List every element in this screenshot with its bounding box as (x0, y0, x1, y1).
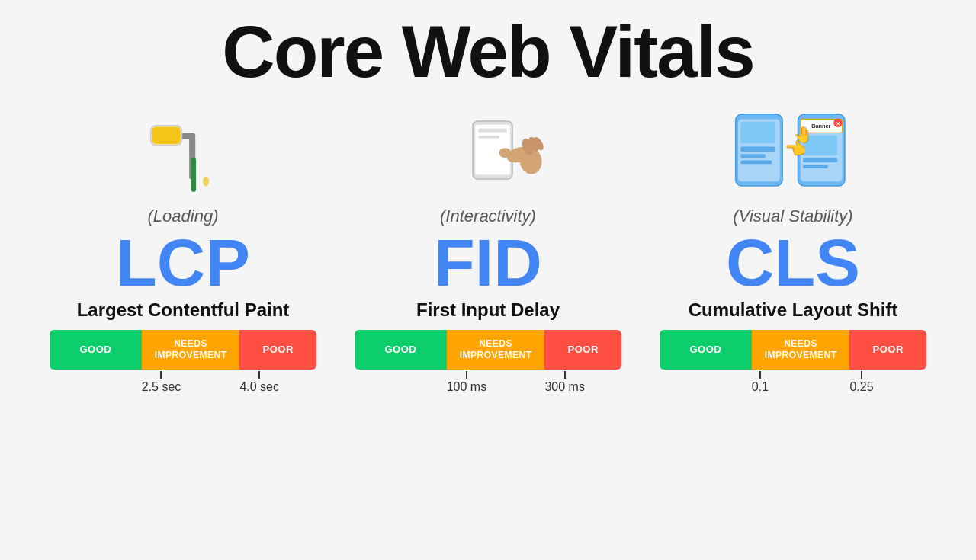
fid-icon (419, 98, 557, 205)
fid-good: GOOD (355, 330, 447, 370)
cls-ticks: 0.1 0.25 (660, 371, 926, 398)
svg-text:🤚: 🤚 (793, 125, 814, 145)
cls-needs: NEEDSIMPROVEMENT (752, 330, 850, 370)
cls-scale-bar: GOOD NEEDSIMPROVEMENT POOR (660, 330, 926, 370)
svg-rect-4 (152, 126, 180, 144)
cls-name: Cumulative Layout Shift (689, 299, 898, 321)
svg-rect-20 (740, 146, 775, 152)
fid-tick2: 300 ms (544, 371, 584, 394)
lcp-acronym: LCP (116, 229, 250, 296)
cls-subtitle: (Visual Stability) (733, 206, 852, 226)
lcp-tick2: 4.0 sec (239, 371, 279, 394)
svg-text:Banner: Banner (811, 123, 830, 130)
cls-scale: GOOD NEEDSIMPROVEMENT POOR 0.1 0.25 (660, 330, 926, 398)
cls-icon: Banner ✕ 👈 🤚 (724, 98, 862, 205)
fid-name: First Input Delay (416, 299, 560, 321)
lcp-scale-bar: GOOD NEEDSIMPROVEMENT POOR (50, 330, 316, 370)
fid-scale: GOOD NEEDSIMPROVEMENT POOR 100 ms 300 ms (355, 330, 621, 398)
lcp-name: Largest Contentful Paint (77, 299, 290, 321)
metric-cls: Banner ✕ 👈 🤚 (Visual Stability) CLS Cumu… (640, 98, 946, 398)
metrics-row: (Loading) LCP Largest Contentful Paint G… (0, 98, 976, 398)
cls-acronym: CLS (726, 229, 860, 296)
metric-fid: (Interactivity) FID First Input Delay GO… (336, 98, 640, 398)
fid-tick1: 100 ms (447, 371, 486, 394)
fid-acronym: FID (434, 229, 542, 296)
lcp-tick1: 2.5 sec (142, 371, 181, 394)
svg-rect-30 (803, 158, 837, 162)
metric-lcp: (Loading) LCP Largest Contentful Paint G… (30, 98, 336, 398)
lcp-needs: NEEDSIMPROVEMENT (142, 330, 240, 370)
cls-poor: POOR (849, 330, 926, 370)
lcp-good: GOOD (50, 330, 142, 370)
svg-rect-22 (740, 160, 772, 164)
svg-text:✕: ✕ (836, 120, 840, 126)
svg-rect-21 (740, 154, 766, 158)
svg-point-6 (203, 176, 209, 186)
lcp-subtitle: (Loading) (148, 206, 219, 226)
svg-rect-19 (740, 122, 775, 144)
svg-rect-31 (803, 165, 828, 168)
lcp-ticks: 2.5 sec 4.0 sec (50, 371, 316, 398)
svg-point-13 (499, 148, 511, 158)
cls-tick1: 0.1 (752, 371, 769, 394)
svg-rect-9 (478, 128, 507, 132)
fid-ticks: 100 ms 300 ms (355, 371, 621, 398)
svg-rect-10 (478, 136, 499, 138)
lcp-poor: POOR (239, 330, 316, 370)
page-title: Core Web Vitals (222, 14, 753, 91)
fid-poor: POOR (544, 330, 621, 370)
cls-good: GOOD (660, 330, 752, 370)
lcp-scale: GOOD NEEDSIMPROVEMENT POOR 2.5 sec 4.0 s… (50, 330, 316, 398)
svg-rect-5 (191, 158, 197, 192)
fid-needs: NEEDSIMPROVEMENT (447, 330, 545, 370)
fid-scale-bar: GOOD NEEDSIMPROVEMENT POOR (355, 330, 621, 370)
cls-tick2: 0.25 (849, 371, 873, 394)
fid-subtitle: (Interactivity) (440, 206, 536, 226)
lcp-icon (114, 98, 252, 205)
